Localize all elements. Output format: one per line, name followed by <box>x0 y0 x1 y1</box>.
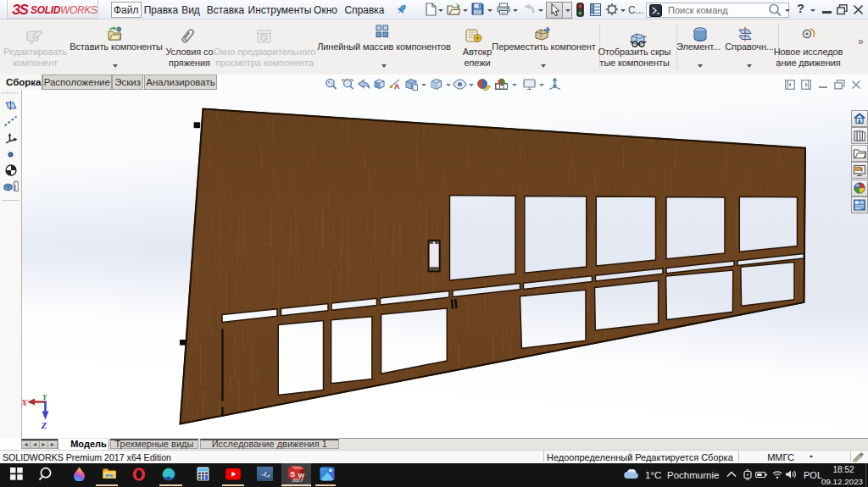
svg-text:ЗS: ЗS <box>12 1 29 16</box>
svg-text:2017: 2017 <box>292 478 303 482</box>
svg-text:SOLIDWORKS: SOLIDWORKS <box>31 3 97 15</box>
svg-text:Y: Y <box>42 393 48 401</box>
svg-text:A: A <box>394 82 400 90</box>
svg-text:Z: Z <box>41 420 47 430</box>
